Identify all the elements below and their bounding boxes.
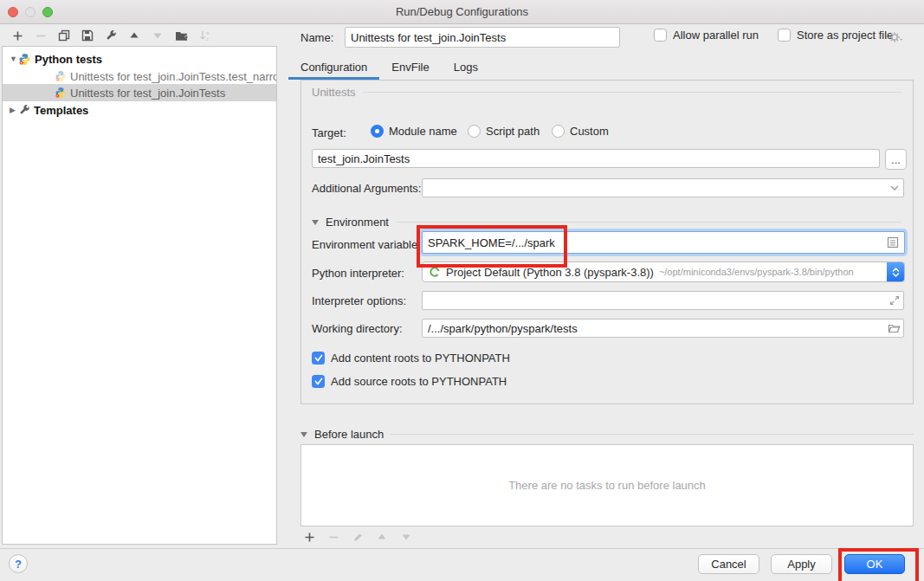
configurations-toolbar: az xyxy=(10,29,211,42)
apply-button[interactable]: Apply xyxy=(771,554,832,574)
separator xyxy=(363,92,901,93)
additional-arguments-label: Additional Arguments: xyxy=(312,182,421,195)
script-path-radio-label: Script path xyxy=(486,125,540,138)
separator xyxy=(391,434,914,435)
edit-templates-icon[interactable] xyxy=(104,29,118,42)
collapse-arrow-icon[interactable]: ▼ xyxy=(10,55,18,63)
target-label: Target: xyxy=(312,126,346,139)
separator xyxy=(0,548,924,549)
before-launch-section-header[interactable]: Before launch xyxy=(300,428,914,441)
ok-label: OK xyxy=(867,558,883,571)
python-interpreter-label: Python interpreter: xyxy=(312,267,404,280)
target-script-path-option[interactable]: Script path xyxy=(468,125,540,138)
add-content-roots-checkbox[interactable] xyxy=(312,352,325,365)
expand-field-icon[interactable] xyxy=(889,295,900,306)
script-path-radio[interactable] xyxy=(468,125,481,138)
allow-parallel-run-label: Allow parallel run xyxy=(673,29,759,42)
working-directory-label: Working directory: xyxy=(312,322,403,335)
conda-environment-icon xyxy=(429,266,441,278)
save-configuration-icon[interactable] xyxy=(81,29,94,42)
expand-arrow-icon[interactable]: ▶ xyxy=(10,106,18,114)
add-source-roots-checkbox[interactable] xyxy=(312,375,325,388)
allow-parallel-run-checkbox[interactable] xyxy=(654,29,667,42)
store-as-project-file-label: Store as project file xyxy=(797,29,893,42)
move-up-icon[interactable] xyxy=(127,29,141,42)
add-source-roots-option[interactable]: Add source roots to PYTHONPATH xyxy=(312,375,507,388)
tree-item-label: Python tests xyxy=(35,53,102,66)
allow-parallel-run-option[interactable]: Allow parallel run xyxy=(654,29,759,42)
collapse-arrow-icon[interactable] xyxy=(312,220,319,225)
settings-tabs: Configuration EnvFile Logs xyxy=(288,57,490,80)
python-interpreter-path: ~/opt/miniconda3/envs/pyspark-3.8/bin/py… xyxy=(659,267,854,277)
interpreter-options-input[interactable] xyxy=(422,291,904,310)
tree-item-jointests[interactable]: Unittests for test_join.JoinTests xyxy=(3,84,276,101)
move-task-up-icon xyxy=(375,530,389,544)
minimize-window-button xyxy=(25,7,36,17)
python-interpreter-select[interactable]: Project Default (Python 3.8 (pyspark-3.8… xyxy=(422,261,905,282)
copy-configuration-icon[interactable] xyxy=(57,29,71,42)
interpreter-dropdown-button[interactable] xyxy=(887,262,904,281)
store-as-project-file-checkbox[interactable] xyxy=(778,29,791,42)
close-window-button[interactable] xyxy=(8,7,18,17)
additional-arguments-input[interactable] xyxy=(422,178,904,197)
tree-item-test-narrow[interactable]: Unittests for test_join.JoinTests.test_n… xyxy=(3,68,276,85)
add-configuration-icon[interactable] xyxy=(10,29,24,42)
add-task-icon[interactable] xyxy=(302,530,316,544)
tab-label: EnvFile xyxy=(391,61,429,74)
configurations-tree: ▼ Python tests Unittests for test_join.J… xyxy=(2,46,277,545)
target-module-input[interactable] xyxy=(312,149,880,168)
add-source-roots-label: Add source roots to PYTHONPATH xyxy=(331,375,507,388)
environment-section-title: Environment xyxy=(326,216,389,229)
ok-button[interactable]: OK xyxy=(844,554,905,574)
new-folder-icon[interactable] xyxy=(174,29,188,42)
collapse-arrow-icon[interactable] xyxy=(300,432,307,437)
add-content-roots-option[interactable]: Add content roots to PYTHONPATH xyxy=(312,352,510,365)
store-options-gear-icon[interactable] xyxy=(888,31,903,44)
edit-task-icon xyxy=(351,530,365,544)
environment-section-header[interactable]: Environment xyxy=(312,216,901,229)
name-input[interactable] xyxy=(345,27,620,48)
browse-module-label: ... xyxy=(891,153,901,166)
before-launch-toolbar xyxy=(302,530,413,544)
before-launch-task-list: There are no tasks to run before launch xyxy=(300,444,914,526)
before-launch-title: Before launch xyxy=(314,428,384,441)
window-title: Run/Debug Configurations xyxy=(0,0,924,23)
additional-arguments-chevron-down-icon[interactable] xyxy=(890,185,899,190)
tree-item-python-tests[interactable]: ▼ Python tests xyxy=(3,50,276,68)
browse-module-button[interactable]: ... xyxy=(885,149,907,170)
tree-item-label: Unittests for test_join.JoinTests.test_n… xyxy=(70,70,276,83)
svg-text:a: a xyxy=(206,30,210,36)
zoom-window-button[interactable] xyxy=(42,7,53,17)
browse-folder-icon[interactable] xyxy=(888,323,901,333)
cancel-label: Cancel xyxy=(711,558,746,571)
title-bar: Run/Debug Configurations xyxy=(0,0,924,24)
unittests-legend: Unittests xyxy=(312,86,901,99)
tree-item-templates[interactable]: ▶ Templates xyxy=(3,101,276,119)
environment-variables-label: Environment variables: xyxy=(312,238,426,251)
help-button[interactable]: ? xyxy=(9,554,28,573)
tree-item-label: Templates xyxy=(34,104,88,117)
target-custom-option[interactable]: Custom xyxy=(552,125,609,138)
working-directory-input[interactable] xyxy=(422,319,904,338)
module-name-radio[interactable] xyxy=(371,125,384,138)
tab-envfile[interactable]: EnvFile xyxy=(379,57,441,80)
svg-text:z: z xyxy=(206,36,209,42)
python-run-config-icon xyxy=(55,70,67,82)
store-as-project-file-option[interactable]: Store as project file xyxy=(778,29,893,42)
tab-label: Configuration xyxy=(300,61,367,74)
cancel-button[interactable]: Cancel xyxy=(698,554,759,574)
add-content-roots-label: Add content roots to PYTHONPATH xyxy=(331,352,510,365)
apply-label: Apply xyxy=(787,558,816,571)
module-name-radio-label: Module name xyxy=(389,125,457,138)
python-interpreter-value: Project Default (Python 3.8 (pyspark-3.8… xyxy=(446,266,654,279)
tab-configuration[interactable]: Configuration xyxy=(288,57,379,80)
custom-radio[interactable] xyxy=(552,125,565,138)
tab-logs[interactable]: Logs xyxy=(442,57,490,80)
remove-configuration-icon xyxy=(34,29,48,42)
name-label: Name: xyxy=(300,31,333,44)
environment-variables-input[interactable] xyxy=(422,231,905,254)
help-label: ? xyxy=(15,558,22,571)
env-vars-browse-list-icon[interactable] xyxy=(887,236,899,249)
move-down-icon xyxy=(151,29,165,42)
target-module-name-option[interactable]: Module name xyxy=(371,125,457,138)
